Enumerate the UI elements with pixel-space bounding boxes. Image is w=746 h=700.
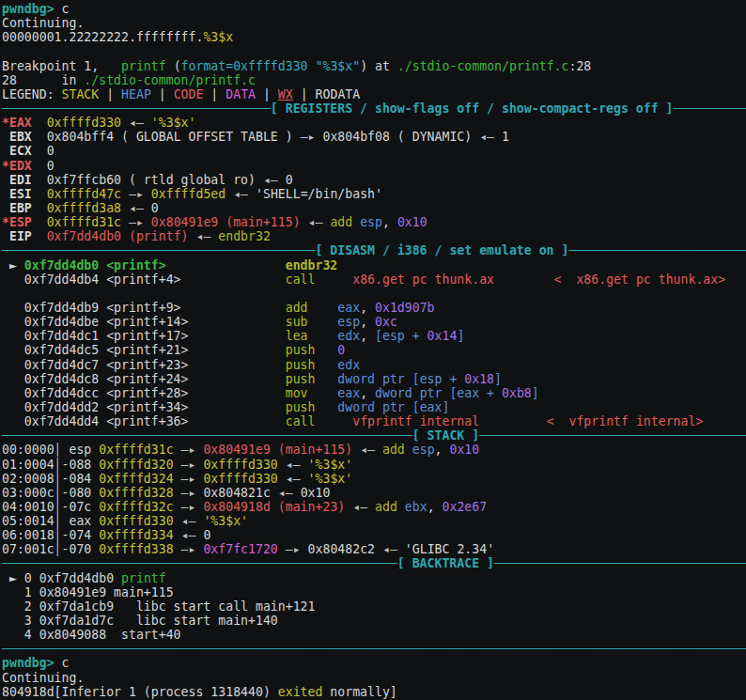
text-segment: 0xf7dd4db0: [39, 571, 114, 585]
text-segment: 00000001.22222222.ffffffff.: [2, 30, 203, 44]
text-segment: —▸: [174, 458, 204, 472]
text-segment: 4 0x8049088 _start+40: [2, 628, 181, 642]
text-segment: esp: [360, 215, 382, 229]
text-segment: -084: [62, 472, 100, 486]
disasm-row-current: ► 0xf7dd4db0 <printf> endbr32: [2, 258, 746, 272]
legend-heap: HEAP: [121, 87, 151, 101]
text-segment: normally]: [322, 685, 396, 699]
text-segment: ,: [435, 443, 450, 457]
text-segment: [352, 215, 360, 229]
current-frame-marker: ► 0: [2, 571, 39, 585]
text-segment: [315, 358, 337, 372]
text-segment: 0xb8: [502, 386, 532, 400]
text-segment: __x86.get_pc_thunk.ax: [337, 272, 494, 287]
text-segment: │: [54, 472, 62, 486]
text-segment: :28: [568, 59, 591, 73]
text-segment: ◂—: [121, 116, 151, 130]
text-segment: format=0xffffd330: [181, 59, 308, 73]
text-segment: 0xffffd31c: [47, 215, 121, 229]
text-segment: 0xffffd31c: [99, 443, 173, 457]
text-segment: push: [286, 400, 316, 414]
text-segment: %3$x: [203, 30, 233, 44]
terminal[interactable]: pwndbg> cContinuing.00000001.22222222.ff…: [0, 0, 746, 700]
text-segment: 0: [337, 343, 345, 357]
stack-row: 06:0018│-074 0xffffd334 ◂— 0: [2, 528, 746, 542]
text-segment: │: [54, 458, 62, 472]
text-segment: [308, 301, 338, 315]
register-row-ebp: EBP 0xffffd3a8 ◂— 0: [2, 201, 746, 215]
backtrace-section-header: ────────────────────────────────────────…: [2, 556, 746, 570]
text-segment: 0xf7dd4dbe <printf+14>: [2, 315, 189, 329]
stack-row: 04:0010│-07c 0xffffd32c —▸ 0x804918d (ma…: [2, 500, 746, 514]
text-segment: ◂—: [472, 130, 502, 144]
legend-stack: STACK: [62, 87, 100, 101]
text-segment: 0xffffd330: [203, 472, 277, 486]
text-segment: endbr32: [218, 229, 271, 243]
text-segment: 0: [151, 201, 159, 215]
text-segment: │: [54, 514, 62, 528]
text-segment: ────────────────────────────────────────…: [2, 428, 412, 443]
text-segment: ,: [360, 386, 375, 400]
stack-section-header: ────────────────────────────────────────…: [2, 428, 746, 443]
text-segment: __vfprintf_internal: [337, 414, 479, 428]
text-segment: ,: [360, 301, 375, 315]
text-segment: ./stdio-common/printf.c: [84, 73, 256, 87]
disasm-row: 0xf7dd4dc5 <printf+21> push 0: [2, 343, 746, 357]
text-segment: [308, 329, 338, 343]
disasm-row: 0xf7dd4db9 <printf+9> add eax, 0x1d907b: [2, 301, 746, 315]
section-title-disasm: [ DISASM / i386 / set emulate on ]: [315, 243, 568, 257]
text-segment: 0: [32, 144, 54, 158]
text-segment: [189, 400, 286, 414]
text-segment: 'GLIBC_2.34': [405, 542, 494, 556]
text-segment: 0xffffd328: [99, 486, 173, 500]
stack-row: 03:000c│-080 0xffffd328 —▸ 0x804821c ◂— …: [2, 486, 746, 500]
text-segment: mov: [286, 386, 308, 400]
text-segment: |: [151, 87, 174, 101]
text-segment: [189, 414, 286, 428]
text-segment: esp: [62, 443, 100, 457]
text-segment: '%3$x': [203, 514, 248, 528]
register-row-eip: EIP 0xf7dd4db0 (printf) ◂— endbr32: [2, 229, 746, 243]
text-segment: [32, 116, 47, 130]
text-segment: ◂—: [301, 215, 331, 229]
text-segment: |: [99, 87, 121, 101]
text-segment: 0xffffd3a8: [47, 201, 121, 215]
legend-wx: WX: [278, 87, 293, 101]
text-segment: <__vfprintf_internal>: [547, 414, 704, 428]
text-segment: ,: [360, 329, 375, 343]
text-segment: [32, 215, 47, 229]
text-segment: 1 0x80491e9 main+115: [2, 585, 174, 599]
text-segment: 0: [203, 528, 210, 542]
text-segment: push: [286, 343, 316, 357]
register-name: *EDX: [2, 159, 32, 173]
text-segment: ]: [457, 329, 464, 343]
text-segment: [308, 59, 316, 73]
text-segment: push: [286, 372, 316, 386]
disasm-row: 0xf7dd4dc1 <printf+17> lea edx, [esp + 0…: [2, 329, 746, 343]
text-segment: __printf: [106, 59, 166, 73]
text-segment: 0: [286, 173, 293, 187]
text-segment: 0x80482c2: [308, 542, 375, 556]
register-name: EDI: [2, 173, 32, 187]
text-segment: 0x18: [464, 372, 494, 386]
text-segment: 0xffffd5ed: [151, 187, 225, 201]
command-text: c: [62, 2, 70, 16]
text-segment: LEGEND:: [2, 87, 62, 101]
text-segment: ────────────────────────────────────────…: [674, 101, 746, 116]
text-segment: 0xf7dd4dc5 <printf+21>: [2, 343, 189, 357]
text-segment: call: [286, 414, 316, 428]
text-segment: edx: [337, 329, 360, 343]
text-segment: sub: [286, 315, 308, 329]
text-segment: 1: [502, 130, 509, 144]
register-row-edi: EDI 0xf7ffcb60 (_rtld_global_ro) ◂— 0: [2, 173, 746, 187]
text-segment: 03:000c: [2, 486, 54, 500]
text-segment: 0xffffd32c: [99, 500, 173, 514]
text-segment: 0xffffd338: [99, 542, 173, 556]
text-segment: ]: [494, 372, 502, 386]
text-segment: ◂—: [174, 514, 204, 528]
section-title-stack: [ STACK ]: [412, 428, 479, 443]
text-segment: ]: [532, 386, 539, 400]
text-segment: exited: [278, 685, 323, 699]
backtrace-row: 1 0x80491e9 main+115: [2, 585, 746, 599]
text-segment: 804918d[Inferior 1 (process 1318440): [2, 685, 278, 699]
